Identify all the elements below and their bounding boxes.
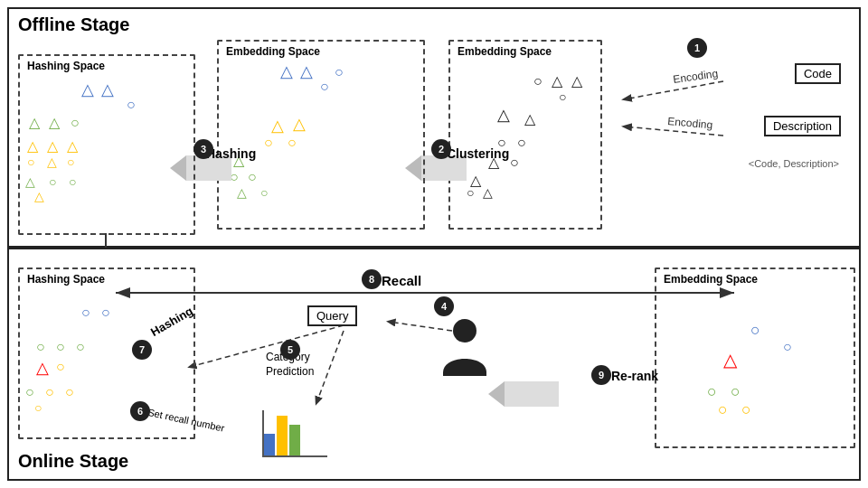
hs-blue-tri-2: △ (101, 81, 114, 98)
person-icon (441, 318, 488, 376)
step-4-circle: 4 (434, 296, 454, 316)
on-emb-grn-cir-2: ○ (731, 383, 741, 399)
step-2-circle: 2 (431, 139, 451, 159)
sym-black-tri-7: △ (483, 186, 493, 199)
online-stage: Online Stage Hashing Space ○ ○ ○ ○ ○ △ ○ (7, 248, 861, 481)
description-box: Description (764, 116, 841, 136)
rerank-arrow (505, 381, 559, 407)
sym-black-cir-6: ○ (467, 186, 474, 199)
sym-black-tri-1: △ (552, 74, 562, 89)
sym-black-tri-2: △ (571, 74, 582, 89)
online-hashing-space-label: Hashing Space (27, 273, 105, 286)
on-hs-grn-cir-1: ○ (36, 340, 45, 354)
sym-black-tri-4: △ (524, 112, 535, 127)
sym-black-cir-4: ○ (517, 136, 526, 150)
hs-grn-tri-1: △ (29, 116, 40, 130)
on-hs-yel-cir-4: ○ (34, 401, 42, 414)
embedding-space-1-label: Embedding Space (226, 45, 320, 58)
sym-black-tri-3: △ (497, 107, 510, 123)
svg-text:Encoding: Encoding (672, 67, 719, 86)
emb1-blue-cir-1: ○ (320, 80, 329, 94)
hs-yel-tri-2: △ (47, 139, 58, 154)
emb1-blue-tri-1: △ (280, 63, 293, 80)
step-5-circle: 5 (280, 340, 300, 360)
hs-grn-cir-2: ○ (49, 175, 56, 188)
main-container: Offline Stage Encoding Encoding 1 (0, 0, 868, 488)
svg-line-1 (624, 127, 723, 136)
hashing-space-label: Hashing Space (27, 60, 105, 72)
query-box: Query (307, 305, 357, 326)
on-hs-yel-cir-1: ○ (56, 360, 65, 374)
on-emb-grn-cir-1: ○ (707, 383, 717, 399)
bar-green (289, 425, 300, 455)
online-embedding-space-box: Embedding Space (655, 267, 855, 448)
step-1-circle: 1 (687, 38, 707, 58)
step-9-circle: 9 (591, 365, 611, 385)
hs-blue-cir-1: ○ (127, 98, 136, 112)
hs-yel-cir-2: ○ (67, 155, 74, 168)
hs-grn-tri-2: △ (49, 116, 60, 130)
on-hs-grn-cir-4: ○ (25, 385, 34, 399)
emb1-grn-tri-2: △ (237, 186, 247, 199)
hs-yel-tri-3: △ (67, 139, 78, 154)
hs-yel-tri-1: △ (27, 139, 38, 154)
svg-line-6 (316, 331, 344, 403)
emb1-yel-tri-1: △ (271, 117, 284, 134)
svg-line-0 (624, 81, 723, 99)
emb1-yel-tri-2: △ (293, 116, 306, 132)
on-hs-yel-cir-2: ○ (45, 385, 54, 399)
on-hs-blue-cir-2: ○ (101, 305, 110, 320)
bar-chart (262, 410, 327, 457)
pair-label: <Code, Description> (749, 158, 839, 169)
sym-black-cir-5: ○ (510, 155, 519, 170)
hs-grn-cir-3: ○ (69, 175, 76, 188)
hs-grn-cir-1: ○ (71, 116, 80, 130)
online-stage-label: Online Stage (18, 451, 128, 472)
embedding-space-1-box: Embedding Space (217, 40, 425, 230)
on-emb-yel-cir-2: ○ (741, 401, 751, 418)
on-hs-red-tri: △ (36, 360, 49, 376)
svg-point-8 (453, 319, 476, 343)
online-embedding-space-label: Embedding Space (664, 273, 758, 286)
emb1-blue-cir-2: ○ (335, 65, 344, 80)
clustering-label: Clustering (447, 146, 509, 161)
svg-text:Encoding: Encoding (667, 115, 713, 131)
on-hs-blue-cir-1: ○ (81, 305, 90, 320)
hashing-label: Hashing (206, 146, 256, 161)
on-hs-yel-cir-3: ○ (65, 385, 74, 399)
emb1-grn-cir-2: ○ (248, 170, 257, 184)
step-6-circle: 6 (130, 401, 150, 421)
bar-yellow (277, 416, 288, 455)
on-emb-red-tri: △ (723, 351, 737, 369)
on-emb-blue-cir-2: ○ (783, 340, 792, 354)
embedding-space-2-label: Embedding Space (458, 45, 552, 58)
sym-black-cir-2: ○ (559, 90, 566, 103)
emb1-yel-cir-1: ○ (264, 136, 273, 150)
hs-yel-tri-5: △ (34, 190, 44, 202)
bar-blue (264, 434, 275, 455)
on-hs-grn-cir-2: ○ (56, 340, 65, 354)
emb1-blue-tri-2: △ (300, 63, 313, 80)
hs-grn-tri-3: △ (25, 175, 35, 188)
recall-arrow-svg (108, 284, 741, 302)
emb1-yel-cir-2: ○ (288, 136, 297, 150)
on-emb-blue-cir: ○ (750, 322, 760, 338)
emb1-grn-cir-3: ○ (260, 186, 268, 199)
offline-stage: Offline Stage Encoding Encoding 1 (7, 7, 861, 248)
step-3-circle: 3 (193, 139, 213, 159)
rerank-label: Re-rank (611, 369, 658, 383)
code-box: Code (795, 63, 841, 84)
offline-stage-label: Offline Stage (18, 14, 129, 35)
sym-black-cir-1: ○ (533, 74, 542, 89)
hs-yel-cir-1: ○ (27, 155, 34, 168)
step-8-circle: 8 (362, 269, 382, 289)
on-emb-yel-cir-1: ○ (718, 401, 728, 418)
hs-blue-tri-1: △ (81, 81, 94, 98)
on-hs-grn-cir-3: ○ (76, 340, 85, 354)
hs-yel-tri-4: △ (47, 155, 57, 168)
step-7-circle: 7 (132, 340, 152, 360)
